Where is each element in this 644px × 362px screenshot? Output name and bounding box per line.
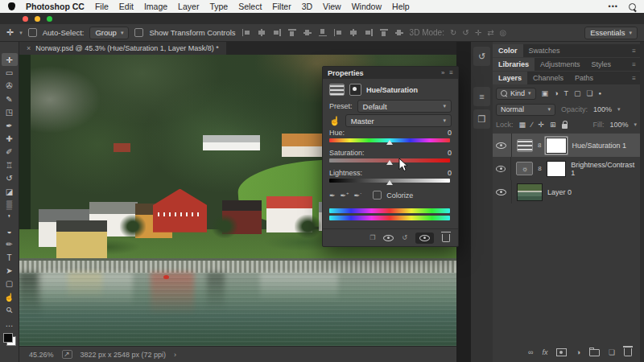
apple-menu-icon[interactable] — [8, 2, 15, 10]
close-tab-icon[interactable]: × — [27, 44, 31, 52]
layer-visibility-icon[interactable] — [496, 142, 506, 149]
properties-header[interactable]: Properties » ≡ — [323, 67, 458, 79]
saturation-value[interactable]: 0 — [448, 149, 452, 157]
status-chevron-icon[interactable]: › — [174, 351, 176, 359]
colorize-checkbox[interactable] — [373, 191, 382, 200]
align-left-icon[interactable] — [242, 29, 250, 36]
layer-visibility-icon[interactable] — [496, 189, 506, 195]
layer-name[interactable]: Hue/Saturation 1 — [572, 142, 626, 150]
add-mask-icon[interactable] — [556, 348, 567, 356]
filter-toggle-icon[interactable]: ● — [599, 91, 602, 96]
lightness-slider[interactable] — [329, 179, 450, 183]
menu-file[interactable]: File — [95, 2, 109, 11]
tool-brush[interactable]: ✐ — [2, 146, 18, 158]
zoom-level[interactable]: 45.26% — [29, 351, 54, 359]
tool-path-selection[interactable]: ➤ — [2, 264, 18, 277]
opacity-value[interactable]: 100% — [593, 105, 612, 113]
eyedropper-add-icon[interactable]: ✒+ — [341, 191, 349, 200]
align-middle-icon[interactable] — [303, 29, 312, 36]
hue-slider-thumb[interactable] — [386, 140, 393, 145]
distribute-middle-icon[interactable] — [395, 29, 403, 36]
tool-preset-chevron-icon[interactable]: ▾ — [19, 30, 23, 36]
align-top-icon[interactable] — [288, 29, 296, 36]
toggle-visibility-button[interactable] — [415, 232, 434, 244]
layer-name[interactable]: Brightness/Contrast 1 — [571, 161, 637, 177]
layer-row-brightness-contrast[interactable]: ☼ 8 Brightness/Contrast 1 — [493, 157, 640, 180]
filter-smart-object-icon[interactable]: ❏ — [587, 89, 593, 97]
menu-edit[interactable]: Edit — [119, 2, 134, 11]
new-layer-icon[interactable]: ❏ — [609, 348, 615, 356]
tab-swatches[interactable]: Swatches — [523, 44, 566, 57]
previous-state-icon[interactable] — [383, 235, 394, 241]
3d-scale-icon[interactable]: ◎ — [500, 28, 507, 37]
distribute-center-icon[interactable] — [349, 29, 357, 36]
lock-artboard-icon[interactable]: ⊞ — [550, 121, 556, 129]
hue-value[interactable]: 0 — [448, 129, 452, 137]
layer-name[interactable]: Layer 0 — [547, 188, 572, 196]
3d-orbit-icon[interactable]: ↻ — [450, 28, 456, 37]
tool-rectangular-marquee[interactable]: ▭ — [2, 66, 18, 79]
tool-lasso[interactable]: ✇ — [2, 80, 18, 93]
tool-crop[interactable]: ◳ — [2, 106, 18, 119]
color-panel-menu-icon[interactable]: ≡ — [628, 44, 640, 57]
workspace-dropdown[interactable]: Essentials — [584, 27, 638, 39]
show-transform-checkbox[interactable] — [134, 28, 143, 37]
distribute-right-icon[interactable] — [365, 29, 373, 36]
menu-help[interactable]: Help — [392, 2, 410, 11]
mask-link-icon[interactable]: 8 — [538, 142, 541, 149]
tab-channels[interactable]: Channels — [527, 72, 569, 84]
lock-pixels-icon[interactable]: ∕ — [531, 121, 533, 129]
align-right-icon[interactable] — [273, 29, 281, 36]
auto-select-checkbox[interactable] — [28, 28, 37, 37]
libraries-panel-menu-icon[interactable]: ≡ — [628, 58, 640, 71]
fill-value[interactable]: 100% — [609, 121, 628, 129]
tool-move[interactable]: ✛ — [2, 53, 18, 66]
eyedropper-sample-icon[interactable]: ✒ — [329, 191, 336, 200]
auto-select-mode-dropdown[interactable]: Group — [89, 27, 129, 39]
mask-link-icon[interactable]: 8 — [538, 165, 541, 172]
tool-pen[interactable]: ✏ — [2, 237, 18, 250]
reset-adjustment-icon[interactable]: ↺ — [402, 234, 407, 241]
tool-rectangle[interactable]: ▢ — [2, 278, 18, 290]
menu-photoshop[interactable]: Photoshop CC — [26, 2, 85, 11]
opacity-chevron-icon[interactable]: ▾ — [617, 106, 621, 113]
panel-menu-icon[interactable]: ≡ — [449, 69, 453, 76]
tab-styles[interactable]: Styles — [586, 58, 617, 71]
filter-kind-dropdown[interactable]: Kind — [496, 88, 536, 100]
saturation-slider-thumb[interactable] — [386, 160, 393, 165]
layer-style-icon[interactable]: fx — [542, 348, 547, 356]
new-group-icon[interactable] — [589, 349, 600, 356]
layer-mask-thumbnail[interactable] — [546, 138, 567, 154]
menu-layer[interactable]: Layer — [178, 2, 199, 11]
align-bottom-icon[interactable] — [319, 29, 327, 36]
menu-filter[interactable]: Filter — [272, 2, 291, 11]
lightness-slider-thumb[interactable] — [386, 180, 393, 185]
minimize-window-button[interactable] — [35, 16, 40, 22]
layer-row-hue-saturation[interactable]: 8 Hue/Saturation 1 — [493, 134, 640, 157]
menu-select[interactable]: Select — [238, 2, 262, 11]
tool-type[interactable]: T — [2, 251, 18, 264]
saturation-slider[interactable] — [329, 158, 450, 162]
menu-3d[interactable]: 3D — [302, 2, 312, 11]
3d-roll-icon[interactable]: ↺ — [462, 28, 469, 37]
collapse-panel-icon[interactable]: » — [441, 69, 444, 76]
tool-clone-stamp[interactable]: ♖ — [2, 158, 18, 171]
tab-libraries[interactable]: Libraries — [493, 58, 535, 71]
menu-window[interactable]: Window — [352, 2, 382, 11]
delete-adjustment-icon[interactable] — [442, 234, 450, 242]
preset-dropdown[interactable]: Default — [357, 100, 452, 113]
tool-hand[interactable]: ☝ — [2, 290, 18, 303]
align-center-icon[interactable] — [258, 29, 266, 36]
new-adjustment-layer-icon[interactable]: ◑ — [576, 348, 580, 356]
3d-slide-icon[interactable]: ⇄ — [487, 28, 493, 37]
tool-spot-healing-brush[interactable]: ✚ — [2, 132, 18, 145]
filter-adjustment-icon[interactable]: ◑ — [554, 89, 558, 97]
foreground-color-swatch[interactable] — [3, 333, 13, 343]
menu-type[interactable]: Type — [209, 2, 228, 11]
close-window-button[interactable] — [23, 16, 28, 22]
tool-dodge[interactable]: ◒ — [2, 224, 18, 237]
hue-slider[interactable] — [329, 138, 450, 142]
tool-history-brush[interactable]: ↺ — [2, 172, 18, 185]
tool-zoom[interactable]: ⚲ — [2, 303, 18, 316]
zoom-window-button[interactable] — [47, 16, 52, 22]
